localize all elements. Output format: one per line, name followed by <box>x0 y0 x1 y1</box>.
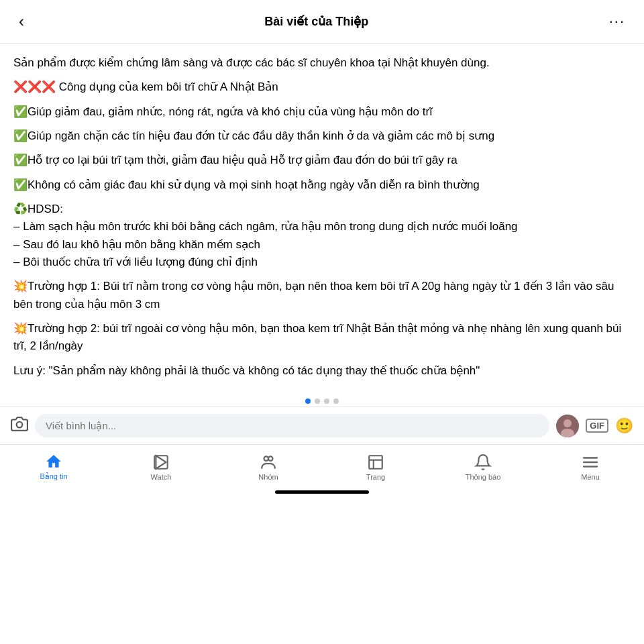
dot-4 <box>333 398 339 404</box>
content-paragraph-6: ♻️HDSD: – Làm sạch hậu môn trước khi bôi… <box>13 201 631 271</box>
post-content: Sản phẩm được kiểm chứng lâm sàng và đượ… <box>0 44 644 394</box>
dot-3 <box>324 398 329 404</box>
header-title: Bài viết của Thiệp <box>30 14 604 29</box>
content-paragraph-0: Sản phẩm được kiểm chứng lâm sàng và đượ… <box>13 54 631 72</box>
dot-2 <box>315 398 320 404</box>
dot-1 <box>305 398 311 404</box>
nav-item-watch[interactable]: Watch <box>107 451 215 484</box>
nav-label-groups: Nhóm <box>258 473 278 481</box>
nav-label-watch: Watch <box>151 473 172 481</box>
comment-bar: GIF 🙂 <box>0 407 644 444</box>
user-avatar[interactable] <box>556 415 579 437</box>
header: ‹ Bài viết của Thiệp ··· <box>0 0 644 44</box>
nav-item-menu[interactable]: Menu <box>537 451 644 484</box>
nav-item-notifications[interactable]: Thông báo <box>429 451 537 484</box>
pagination-dots <box>0 394 644 407</box>
nav-label-menu: Menu <box>581 473 600 481</box>
gif-button[interactable]: GIF <box>586 419 608 433</box>
content-paragraph-3: ✅Giúp ngăn chặn các tín hiệu đau đớn từ … <box>13 127 631 145</box>
more-options-button[interactable]: ··· <box>604 10 631 33</box>
home-indicator <box>275 490 369 494</box>
content-paragraph-2: ✅Giúp giảm đau, giảm nhức, nóng rát, ngứ… <box>13 103 631 121</box>
nav-label-notifications: Thông báo <box>466 473 501 481</box>
content-paragraph-1: ❌❌❌ Công dụng của kem bôi trĩ chữ A Nhật… <box>13 78 631 96</box>
nav-item-trang[interactable]: Trang <box>322 451 429 484</box>
content-paragraph-4: ✅Hỗ trợ co lại búi trĩ tạm thời, giảm đa… <box>13 152 631 169</box>
back-button[interactable]: ‹ <box>13 9 30 34</box>
comment-input[interactable] <box>35 414 549 437</box>
svg-point-7 <box>268 456 273 461</box>
content-paragraph-7: 💥Trường hợp 1: Búi trĩ nằm trong cơ vòng… <box>13 278 631 313</box>
content-paragraph-8: 💥Trường hợp 2: búi trĩ ngoài cơ vòng hậu… <box>13 320 631 356</box>
bottom-nav: Bảng tin Watch Nhóm Trang Thông bá <box>0 444 644 486</box>
nav-item-groups[interactable]: Nhóm <box>215 451 322 484</box>
nav-label-trang: Trang <box>366 473 385 481</box>
svg-marker-4 <box>156 455 166 469</box>
nav-item-home[interactable]: Bảng tin <box>0 450 107 484</box>
svg-point-0 <box>17 421 23 427</box>
emoji-button[interactable]: 🙂 <box>615 417 633 435</box>
nav-label-home: Bảng tin <box>40 472 67 481</box>
svg-point-2 <box>564 419 572 427</box>
content-paragraph-9: Lưu ý: "Sản phẩm này không phải là thuốc… <box>13 362 631 380</box>
svg-rect-8 <box>369 455 382 469</box>
camera-icon[interactable] <box>11 415 28 437</box>
content-paragraph-5: ✅Không có cảm giác đau khi sử dụng và mọ… <box>13 176 631 194</box>
